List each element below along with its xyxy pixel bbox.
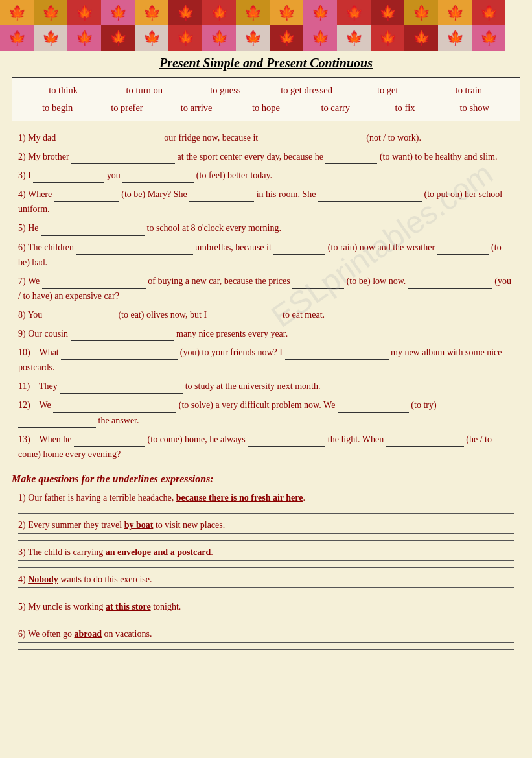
exercise-text: at the sport center every day, because h… [178, 152, 323, 161]
vocab-item: to turn on [119, 85, 170, 96]
blank-field[interactable] [292, 278, 344, 289]
blank-field[interactable] [53, 403, 176, 413]
blank-field[interactable] [58, 135, 162, 145]
exercise-num: 9) [18, 329, 28, 338]
q-text: Every summer they travel by boat to visi… [28, 520, 225, 530]
exercise-item-11: 11) They to study at the university next… [18, 379, 514, 394]
exercise-num: 5) [18, 223, 28, 233]
exercise-num: 10) [18, 348, 37, 357]
leaf-tile: 🍁 [404, 25, 438, 51]
exercise-item-8: 8) You (to eat) olives now, but I to eat… [18, 307, 514, 322]
leaf-tile: 🍁 [34, 25, 67, 51]
blank-field[interactable] [386, 436, 464, 447]
leaf-tile: 🍁 [202, 25, 236, 51]
q-text: We often go abroad on vacations. [28, 629, 152, 639]
blank-field[interactable] [41, 226, 145, 236]
q-text: The child is carrying an envelope and a … [28, 547, 213, 557]
blank-field[interactable] [71, 154, 175, 164]
leaf-tile: 🍁 [303, 0, 337, 25]
exercise-num: 12) [18, 400, 37, 410]
blank-field[interactable] [18, 418, 96, 428]
answer-line-2 [18, 567, 514, 568]
blank-field[interactable] [71, 331, 174, 341]
leaf-border-decoration: 🍁 🍁 🍁 🍁 🍁 🍁 🍁 🍁 🍁 🍁 🍁 🍁 🍁 🍁 🍁 🍁 🍁 🍁 🍁 🍁 … [0, 0, 532, 51]
leaf-tile: 🍁 [168, 0, 202, 25]
exercises-section: 1) My dad our fridge now, because it (no… [12, 130, 520, 462]
exercise-text: our fridge now, because it [164, 133, 258, 143]
exercise-num: 3) [18, 171, 28, 180]
exercise-item-7: 7) We of buying a new car, because the p… [18, 274, 514, 303]
blank-field[interactable] [45, 312, 116, 322]
leaf-tile: 🍁 [101, 25, 135, 51]
answer-line-2 [18, 540, 514, 541]
leaf-tile: 🍁 [438, 0, 472, 25]
question-item-6: 6) We often go abroad on vacations. [12, 629, 520, 639]
blank-field[interactable] [33, 172, 104, 183]
exercise-num: 4) [18, 189, 28, 199]
vocab-row-2: to begin to prefer to arrive to hope to … [23, 99, 509, 117]
exercise-item-3: 3) I you (to feel) better today. [18, 168, 514, 183]
blank-field[interactable] [76, 244, 193, 255]
answer-line [18, 560, 514, 561]
answer-line-2 [18, 622, 514, 622]
vocab-item: to fix [379, 102, 431, 113]
blank-field[interactable] [189, 191, 254, 202]
exercise-item-9: 9) Our cousin many nice presents every y… [18, 326, 514, 341]
exercise-text: My brother [28, 152, 69, 161]
exercise-text: (to feel) better today. [196, 171, 272, 180]
blank-field[interactable] [54, 191, 119, 202]
blank-field[interactable] [273, 244, 325, 255]
leaf-tile: 🍁 [202, 0, 236, 25]
exercise-text: to school at 8 o'clock every morning. [147, 223, 281, 233]
exercise-text: umbrellas, because it [195, 243, 272, 252]
exercise-num: 8) [18, 310, 28, 320]
blank-field[interactable] [42, 278, 146, 289]
blank-field[interactable] [325, 154, 377, 164]
exercise-text: (to try) [411, 400, 436, 410]
exercise-item-12: 12) We (to solve) a very difficult probl… [18, 397, 514, 427]
question-item-3: 3) The child is carrying an envelope and… [12, 547, 520, 558]
blank-field[interactable] [338, 403, 409, 413]
vocabulary-box: to think to turn on to guess to get dres… [12, 77, 520, 121]
exercise-text: (to eat) olives now, but I [118, 310, 207, 320]
blank-field[interactable] [122, 172, 194, 183]
blank-field[interactable] [60, 383, 183, 394]
question-item-2: 2) Every summer they travel by boat to v… [12, 520, 520, 530]
vocab-item: to carry [310, 102, 362, 113]
blank-field[interactable] [61, 349, 178, 360]
leaf-tile: 🍁 [472, 25, 505, 51]
vocab-item: to think [38, 85, 89, 96]
answer-line [18, 533, 514, 534]
leaf-tile: 🍁 [67, 25, 101, 51]
exercise-text: (to solve) a very difficult problem now.… [179, 400, 336, 410]
answer-line-2 [18, 595, 514, 595]
q-num: 1) [18, 493, 28, 503]
exercise-text: When he [39, 434, 71, 444]
blank-field[interactable] [248, 436, 325, 447]
q-text: Nobody wants to do this exercise. [28, 574, 152, 584]
section2-title: Make questions for the underlines expres… [12, 473, 520, 485]
blank-field[interactable] [408, 278, 492, 289]
exercise-text: to study at the university next month. [185, 381, 321, 391]
exercise-text: You [28, 310, 43, 320]
blank-field[interactable] [437, 244, 489, 255]
q-num: 6) [18, 629, 28, 639]
exercise-text: many nice presents every year. [176, 329, 288, 338]
exercise-text: (not / to work). [366, 133, 421, 143]
exercise-num: 6) [18, 243, 28, 252]
blank-field[interactable] [74, 436, 145, 447]
blank-field[interactable] [209, 312, 281, 322]
blank-field[interactable] [318, 191, 422, 202]
leaf-tile: 🍁 [168, 25, 202, 51]
leaf-tile: 🍁 [135, 0, 168, 25]
vocab-item: to hope [240, 102, 292, 113]
q-text: My uncle is working at this store tonigh… [28, 602, 181, 611]
exercise-num: 11) [18, 381, 37, 391]
q-num: 3) [18, 547, 28, 557]
blank-field[interactable] [285, 349, 389, 360]
leaf-tile: 🍁 [101, 0, 135, 25]
leaf-tile: 🍁 [303, 25, 337, 51]
exercise-text: My dad [28, 133, 56, 143]
make-questions-section: 1) Our father is having a terrible heada… [12, 493, 520, 650]
blank-field[interactable] [260, 135, 364, 145]
